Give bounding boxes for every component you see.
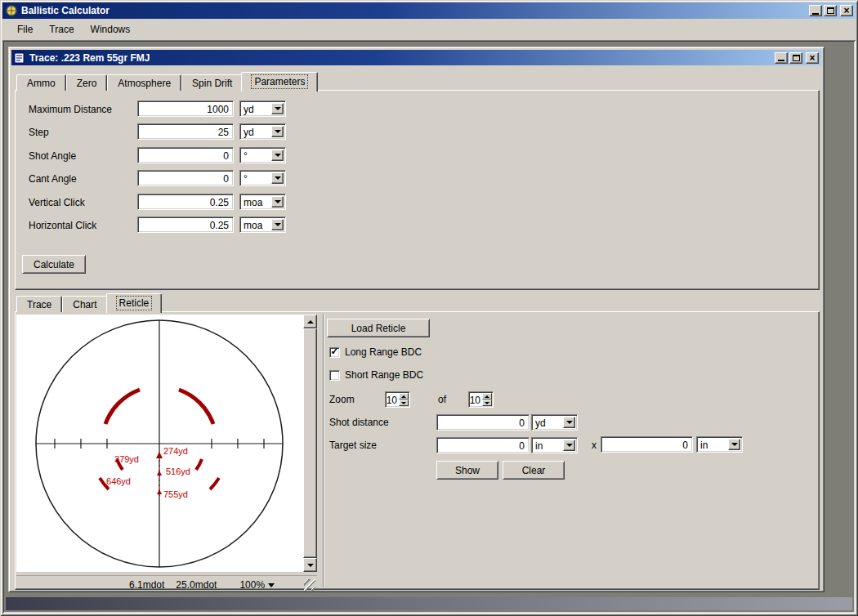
dropdown-button[interactable] [271, 150, 284, 161]
spin-up-button[interactable] [482, 393, 492, 400]
tab-chart[interactable]: Chart [62, 296, 107, 312]
tab-zero[interactable]: Zero [66, 74, 108, 91]
maximum-distance-unit-combo[interactable]: yd [239, 100, 286, 117]
step-unit-combo[interactable]: yd [239, 123, 286, 140]
spin-down-button[interactable] [482, 400, 492, 406]
dropdown-button[interactable] [271, 103, 284, 114]
tab-reticle[interactable]: Reticle [106, 293, 163, 313]
spin-up-button[interactable] [399, 393, 409, 400]
shot-angle-input[interactable]: 0 [137, 147, 234, 163]
zoom-of-label: of [438, 394, 446, 405]
tab-label: Zero [77, 78, 97, 89]
maximum-distance-input[interactable]: 1000 [137, 100, 234, 117]
param-row-shot-angle: Shot Angle 0 ° [16, 147, 819, 165]
cant-angle-unit-combo[interactable]: ° [239, 170, 286, 186]
clear-button[interactable]: Clear [503, 461, 565, 480]
dropdown-button[interactable] [563, 440, 575, 451]
cant-angle-input[interactable]: 0 [137, 170, 234, 186]
field-value: 0 [601, 437, 692, 451]
tab-parameters[interactable]: Parameters [241, 72, 318, 92]
menu-trace[interactable]: Trace [41, 20, 82, 38]
reticle-scrollbar[interactable] [303, 315, 317, 572]
maximize-icon [827, 7, 834, 14]
minimize-icon [812, 13, 819, 15]
calculate-button[interactable]: Calculate [22, 255, 86, 274]
step-input[interactable]: 25 [137, 123, 234, 140]
app-icon [5, 4, 18, 17]
target-width-unit-combo[interactable]: in [531, 437, 578, 453]
zoom-current-spinner[interactable]: 10 [385, 391, 410, 408]
maximize-button[interactable] [824, 5, 837, 16]
zoom-total-spinner[interactable]: 10 [468, 391, 494, 408]
menu-file[interactable]: File [9, 20, 41, 38]
dropdown-button[interactable] [563, 417, 575, 428]
dropdown-button[interactable] [271, 219, 284, 230]
param-row-maximum-distance: Maximum Distance 1000 yd [16, 100, 819, 118]
dropdown-button[interactable] [271, 126, 284, 137]
tab-label: Chart [73, 299, 96, 310]
horizontal-click-input[interactable]: 0.25 [137, 216, 234, 233]
tab-trace[interactable]: Trace [16, 296, 62, 312]
field-value: 0.25 [138, 194, 233, 208]
zoom-dropdown-icon[interactable] [268, 583, 275, 587]
horizontal-click-unit-combo[interactable]: moa [239, 216, 286, 233]
short-range-bdc-row: Short Range BDC [329, 369, 423, 381]
unit-value: yd [244, 104, 254, 115]
chevron-down-icon [275, 223, 281, 226]
chevron-up-icon [485, 395, 489, 398]
dropdown-button[interactable] [728, 439, 740, 450]
field-value: 1000 [138, 101, 233, 115]
param-label: Cant Angle [29, 173, 77, 185]
show-button[interactable]: Show [436, 461, 498, 480]
pane-divider [323, 314, 324, 587]
tab-atmosphere[interactable]: Atmosphere [107, 74, 181, 91]
chevron-down-icon [275, 130, 281, 133]
load-reticle-button[interactable]: Load Reticle [327, 319, 430, 337]
dropdown-button[interactable] [271, 196, 284, 208]
field-value: 0 [437, 415, 529, 429]
child-close-button[interactable]: × [806, 52, 819, 64]
reticle-viewport[interactable]: 274yd 379yd 516yd 646yd 755yd [16, 315, 303, 572]
dropdown-button[interactable] [271, 172, 284, 184]
unit-value: yd [535, 417, 546, 429]
shot-angle-unit-combo[interactable]: ° [239, 147, 286, 163]
child-minimize-button[interactable] [775, 52, 788, 64]
close-button[interactable]: × [840, 5, 853, 16]
vertical-click-input[interactable]: 0.25 [137, 194, 234, 210]
tab-ammo[interactable]: Ammo [16, 74, 66, 91]
long-range-bdc-row: ✓ Long Range BDC [329, 346, 422, 358]
scroll-down-button[interactable] [303, 558, 317, 572]
document-icon [14, 52, 25, 64]
unit-value: moa [244, 220, 262, 231]
app-titlebar: Ballistic Calculator × [2, 2, 856, 19]
minimize-button[interactable] [809, 5, 822, 16]
child-maximize-button[interactable] [789, 52, 802, 64]
chevron-down-icon [566, 421, 573, 424]
tab-spin-drift[interactable]: Spin Drift [181, 74, 243, 91]
tab-label: Trace [27, 299, 51, 310]
results-tabstrip: Trace Chart Reticle [16, 292, 160, 312]
target-height-input[interactable]: 0 [601, 436, 693, 453]
resize-grip[interactable] [304, 579, 315, 591]
checkbox-label: Short Range BDC [345, 369, 423, 381]
long-range-bdc-checkbox[interactable]: ✓ [329, 347, 340, 358]
chevron-down-icon [275, 176, 281, 180]
shot-distance-input[interactable]: 0 [436, 414, 530, 431]
chevron-down-icon [731, 443, 738, 446]
field-value: 0 [138, 171, 233, 185]
menu-windows[interactable]: Windows [83, 20, 139, 38]
spin-down-button[interactable] [399, 400, 409, 406]
scrollbar-thumb[interactable] [303, 328, 317, 558]
close-icon: × [843, 7, 849, 15]
param-row-vertical-click: Vertical Click 0.25 moa [16, 194, 819, 212]
short-range-bdc-checkbox[interactable] [329, 370, 340, 381]
param-label: Step [29, 127, 49, 138]
target-width-input[interactable]: 0 [436, 437, 530, 453]
target-height-unit-combo[interactable]: in [696, 436, 743, 453]
reticle-statusbar: 6.1mdot 25.0mdot 100% [16, 575, 317, 593]
trace-window: Trace: .223 Rem 55gr FMJ × Ammo Zero Atm… [8, 47, 824, 592]
vertical-click-unit-combo[interactable]: moa [239, 194, 286, 210]
param-label: Horizontal Click [29, 220, 96, 231]
scroll-up-button[interactable] [303, 315, 317, 328]
shot-distance-unit-combo[interactable]: yd [531, 414, 578, 431]
